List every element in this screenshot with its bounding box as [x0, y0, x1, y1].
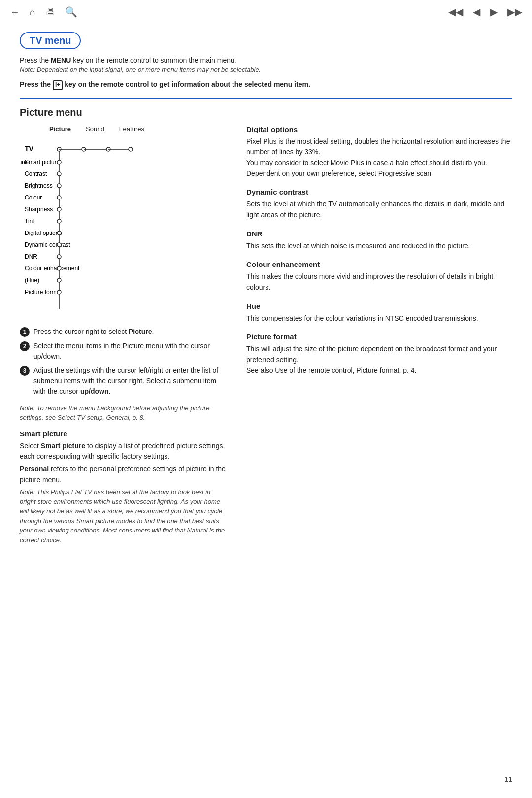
- digital-options-heading: Digital options: [246, 125, 512, 133]
- skip-back-icon[interactable]: ◀◀: [448, 6, 463, 18]
- intro-note: Note: Dependent on the input signal, one…: [20, 66, 512, 73]
- svg-text:TV: TV: [25, 145, 34, 153]
- intro-text: Press the MENU key on the remote control…: [20, 56, 512, 64]
- svg-point-17: [57, 196, 61, 200]
- section-divider: [20, 98, 512, 99]
- smart-picture-body1: Select Smart picture to display a list o…: [20, 441, 227, 462]
- two-column-layout: Picture Sound Features TV: [20, 125, 512, 552]
- tv-menu-title: TV menu: [20, 32, 81, 49]
- dynamic-contrast-heading: Dynamic contrast: [246, 188, 512, 196]
- svg-text:Sharpness: Sharpness: [25, 206, 53, 213]
- svg-point-25: [57, 243, 61, 247]
- picture-format-body: This will adjust the size of the picture…: [246, 344, 512, 376]
- step-2-text: Select the menu items in the Picture men…: [33, 341, 227, 362]
- back-arrow-icon[interactable]: ←: [10, 6, 20, 18]
- svg-point-31: [57, 278, 61, 282]
- note-italic: Note: To remove the menu background befo…: [20, 403, 227, 423]
- print-icon[interactable]: 🖶: [45, 6, 55, 18]
- press-info: Press the i+ key on the remote control t…: [20, 80, 512, 90]
- main-content: TV menu Press the MENU key on the remote…: [0, 22, 532, 571]
- step-3-num: 3: [20, 366, 30, 376]
- diagram-tabs: Picture Sound Features: [49, 125, 227, 133]
- colour-enhancement-body: This makes the colours more vivid and im…: [246, 271, 512, 293]
- svg-point-21: [57, 219, 61, 223]
- svg-text:Tint: Tint: [25, 218, 34, 225]
- picture-format-heading: Picture format: [246, 332, 512, 341]
- step-1-text: Press the cursor right to select Picture…: [33, 327, 154, 337]
- svg-text:DNR: DNR: [25, 253, 37, 260]
- dnr-heading: DNR: [246, 230, 512, 238]
- svg-text:Smart picture: Smart picture: [25, 159, 60, 166]
- hue-body: This compensates for the colour variatio…: [246, 313, 512, 324]
- smart-picture-heading: Smart picture: [20, 430, 227, 438]
- smart-picture-body2: Personal refers to the personal preferen…: [20, 464, 227, 485]
- left-column: Picture Sound Features TV: [20, 125, 227, 552]
- search-icon[interactable]: 🔍: [65, 6, 77, 18]
- svg-text:Dynamic contrast: Dynamic contrast: [25, 241, 70, 248]
- svg-point-27: [57, 255, 61, 259]
- menu-diagram: Picture Sound Features TV: [20, 125, 227, 317]
- hue-heading: Hue: [246, 302, 512, 310]
- step-2-num: 2: [20, 341, 30, 351]
- svg-point-11: [57, 160, 61, 164]
- svg-point-8: [129, 147, 133, 151]
- svg-point-23: [57, 231, 61, 235]
- toolbar-right: ◀◀ ◀ ▶ ▶▶: [448, 6, 522, 18]
- svg-text:Digital options: Digital options: [25, 230, 62, 236]
- svg-text:(Hue): (Hue): [25, 277, 39, 284]
- digital-options-body: Pixel Plus is the most ideal setting, do…: [246, 136, 512, 179]
- svg-point-15: [57, 184, 61, 188]
- toolbar: ← ⌂ 🖶 🔍 ◀◀ ◀ ▶ ▶▶: [0, 0, 532, 22]
- instruction-list: 1 Press the cursor right to select Pictu…: [20, 327, 227, 397]
- instruction-2: 2 Select the menu items in the Picture m…: [20, 341, 227, 362]
- instruction-1: 1 Press the cursor right to select Pictu…: [20, 327, 227, 337]
- tab-sound: Sound: [86, 125, 104, 133]
- svg-text:Colour: Colour: [25, 194, 42, 201]
- page-number: 11: [504, 775, 512, 783]
- step-1-num: 1: [20, 327, 30, 337]
- tab-picture: Picture: [49, 125, 71, 133]
- skip-forward-icon[interactable]: ▶▶: [507, 6, 522, 18]
- toolbar-left: ← ⌂ 🖶 🔍: [10, 6, 77, 18]
- info-icon: i+: [53, 80, 63, 90]
- svg-point-13: [57, 172, 61, 176]
- smart-picture-note: Note: This Philips Flat TV has been set …: [20, 487, 227, 545]
- instruction-3: 3 Adjust the settings with the cursor le…: [20, 366, 227, 397]
- step-3-text: Adjust the settings with the cursor left…: [33, 366, 227, 397]
- svg-text:Contrast: Contrast: [25, 170, 47, 177]
- svg-point-33: [57, 290, 61, 294]
- next-icon[interactable]: ▶: [490, 6, 498, 18]
- svg-point-29: [57, 266, 61, 270]
- svg-point-19: [57, 207, 61, 211]
- menu-svg-diagram: TV Smart picture Smart picture: [20, 134, 167, 317]
- prev-icon[interactable]: ◀: [473, 6, 480, 18]
- svg-text:Colour enhancement: Colour enhancement: [25, 265, 80, 272]
- colour-enhancement-heading: Colour enhancement: [246, 260, 512, 268]
- svg-text:Brightness: Brightness: [25, 182, 53, 189]
- dynamic-contrast-body: Sets the level at which the TV automatic…: [246, 199, 512, 220]
- svg-text:Picture format: Picture format: [25, 289, 62, 296]
- tab-features: Features: [119, 125, 144, 133]
- picture-menu-title: Picture menu: [20, 107, 512, 118]
- home-icon[interactable]: ⌂: [30, 6, 35, 18]
- dnr-body: This sets the level at which noise is me…: [246, 241, 512, 252]
- right-column: Digital options Pixel Plus is the most i…: [246, 125, 512, 552]
